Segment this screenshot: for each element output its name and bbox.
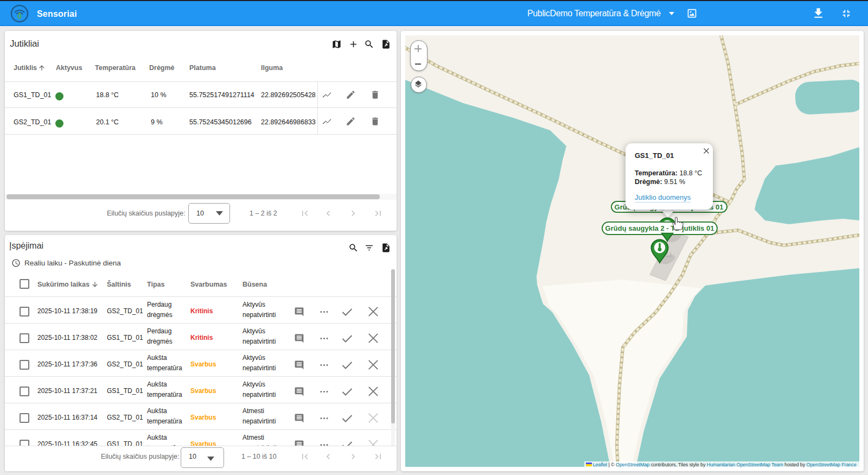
svg-text:Grūdų saugykla 2 - TD jutiklis: Grūdų saugykla 2 - TD jutiklis 01: [605, 224, 714, 232]
